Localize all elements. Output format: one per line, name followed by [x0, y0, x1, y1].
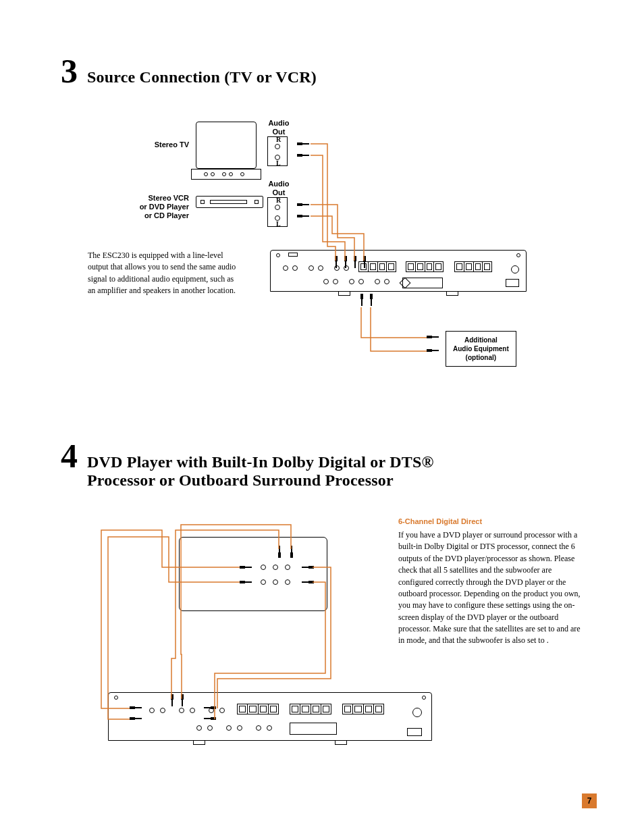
section-4-heading: 4 DVD Player with Built-In Dolby Digital… [61, 439, 583, 490]
section-3-heading: 3 Source Connection (TV or VCR) [61, 54, 583, 88]
diagram-source-connection: Stereo TV Audio Out R L Stereo VCR or DV… [61, 115, 583, 392]
diagram-dvd-processor: 6-Channel Digital Direct If you have a D… [61, 517, 583, 807]
section-3-title: Source Connection (TV or VCR) [87, 68, 317, 86]
section-3-number: 3 [61, 54, 78, 88]
section-4-number: 4 [61, 439, 78, 473]
wiring-svg [61, 115, 587, 385]
section-4-body: If you have a DVD player or surround pro… [398, 529, 587, 647]
section-4: 4 DVD Player with Built-In Dolby Digital… [61, 439, 583, 807]
section-3: 3 Source Connection (TV or VCR) Stereo T… [61, 54, 583, 392]
section-4-subhead: 6-Channel Digital Direct [398, 517, 587, 527]
page-number: 7 [582, 793, 597, 808]
section-4-text-block: 6-Channel Digital Direct If you have a D… [398, 517, 587, 647]
section-4-title: DVD Player with Built-In Dolby Digital o… [87, 453, 465, 490]
